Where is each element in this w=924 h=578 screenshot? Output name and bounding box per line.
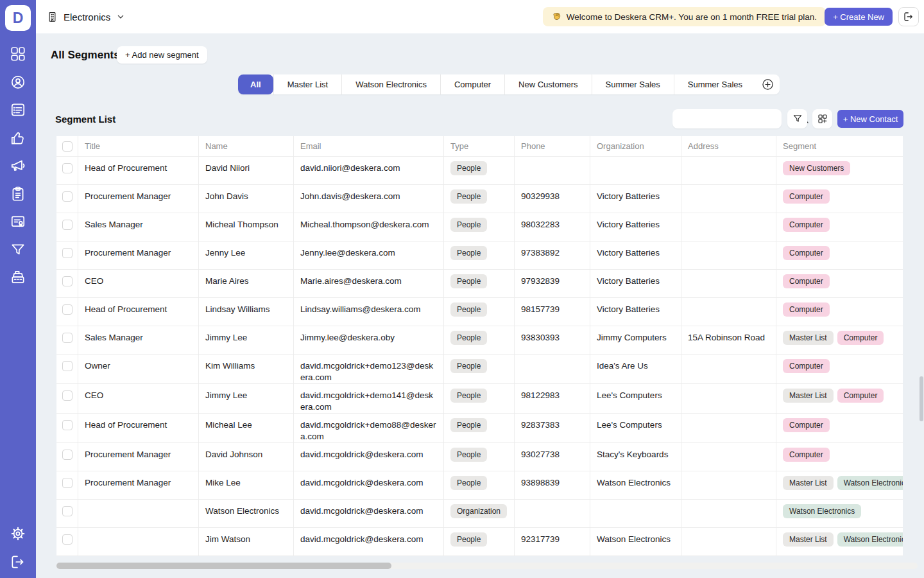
- horizontal-scrollbar-track[interactable]: [56, 563, 918, 569]
- row-checkbox[interactable]: [62, 163, 73, 173]
- cell-email: david.mcgoldrick@deskera.com: [294, 443, 444, 471]
- type-badge: Organization: [450, 504, 507, 518]
- tab-summer-sales[interactable]: Summer Sales: [674, 74, 756, 94]
- cell-title: [78, 500, 199, 527]
- cell-organization: Stacy's Keyboards: [590, 443, 681, 471]
- segment-badge: Computer: [783, 189, 830, 204]
- table-row[interactable]: Procurement ManagerDavid Johnsondavid.mc…: [56, 443, 903, 471]
- tab-summer-sales[interactable]: Summer Sales: [592, 74, 674, 94]
- wave-hand-icon: [552, 12, 562, 22]
- register-icon[interactable]: [10, 269, 26, 286]
- cell-name: Micheal Thompson: [199, 213, 294, 241]
- thumbs-up-icon[interactable]: [10, 130, 26, 146]
- row-checkbox[interactable]: [62, 420, 73, 430]
- table-row[interactable]: Sales ManagerMicheal ThompsonMicheal.tho…: [56, 213, 903, 241]
- vertical-scrollbar-thumb[interactable]: [920, 376, 923, 421]
- tab-master-list[interactable]: Master List: [273, 74, 342, 94]
- table-row[interactable]: Procurement ManagerJenny LeeJenny.lee@de…: [56, 241, 903, 270]
- logout-button[interactable]: [898, 7, 919, 26]
- deskera-logo[interactable]: D: [5, 5, 31, 31]
- cell-organization: Watson Electronics: [590, 528, 681, 556]
- table-row[interactable]: OwnerKim Williamsdavid.mcgoldrick+demo12…: [56, 355, 903, 384]
- topbar: Electronics Welcome to Deskera CRM+. You…: [36, 0, 924, 33]
- row-checkbox[interactable]: [62, 450, 73, 460]
- tab-watson-electronics[interactable]: Watson Electronics: [341, 74, 440, 94]
- search-input[interactable]: [672, 109, 798, 128]
- filter-button[interactable]: [787, 109, 807, 128]
- segment-badge: Computer: [783, 246, 830, 260]
- sidebar-nav: [0, 46, 36, 286]
- table-row[interactable]: Procurement ManagerJohn DavisJohn.davis@…: [56, 185, 903, 213]
- cell-segment: Computer: [776, 298, 903, 326]
- type-badge: People: [450, 532, 487, 547]
- trial-banner: Welcome to Deskera CRM+. You are on 1 mo…: [543, 7, 826, 26]
- row-checkbox[interactable]: [62, 333, 73, 343]
- create-new-button[interactable]: + Create New: [825, 8, 893, 26]
- row-checkbox[interactable]: [62, 361, 73, 371]
- cell-type: People: [444, 443, 515, 471]
- row-select-cell: [56, 443, 78, 471]
- cell-organization: [590, 157, 681, 184]
- cell-email: Marie.aires@deskera.com: [294, 270, 444, 297]
- row-checkbox[interactable]: [62, 506, 73, 516]
- tab-new-customers[interactable]: New Customers: [504, 74, 591, 94]
- clipboard-icon[interactable]: [10, 186, 26, 202]
- row-checkbox[interactable]: [62, 276, 73, 286]
- segment-badge: Computer: [783, 359, 830, 373]
- cell-title: Owner: [78, 355, 199, 383]
- column-header-segment: Segment: [776, 136, 903, 156]
- table-row[interactable]: Head of ProcurementLindsay WilliamsLinds…: [56, 298, 903, 326]
- cell-name: Lindsay Williams: [199, 298, 294, 326]
- select-all-checkbox[interactable]: [62, 141, 73, 152]
- cell-name: Micheal Lee: [199, 414, 294, 442]
- table-row[interactable]: CEOJimmy Leedavid.mcgoldrick+demo141@des…: [56, 384, 903, 414]
- type-badge: People: [450, 448, 487, 462]
- workspace-selector[interactable]: Electronics: [46, 0, 126, 33]
- contacts-icon[interactable]: [10, 74, 26, 91]
- logout-icon[interactable]: [10, 554, 26, 570]
- add-segment-button[interactable]: + Add new segment: [117, 46, 207, 64]
- cell-address: [681, 270, 776, 297]
- column-header-title: Title: [78, 136, 199, 156]
- funnel-icon[interactable]: [10, 241, 26, 258]
- tab-computer[interactable]: Computer: [440, 74, 504, 94]
- grid-plus-icon: [817, 113, 828, 125]
- megaphone-icon[interactable]: [10, 157, 26, 174]
- row-checkbox[interactable]: [62, 304, 73, 315]
- row-checkbox[interactable]: [62, 191, 73, 202]
- add-tab-button[interactable]: [756, 74, 780, 94]
- tab-all[interactable]: All: [238, 74, 273, 94]
- segment-badge: Master List: [783, 532, 834, 547]
- cell-name: Jimmy Lee: [199, 384, 294, 413]
- horizontal-scrollbar-thumb[interactable]: [56, 563, 391, 569]
- table-row[interactable]: Watson Electronicsdavid.mcgoldrick@deske…: [56, 500, 903, 528]
- list-icon[interactable]: [10, 101, 26, 118]
- row-checkbox[interactable]: [62, 248, 73, 258]
- row-select-cell: [56, 500, 78, 527]
- table-row[interactable]: Procurement ManagerMike Leedavid.mcgoldr…: [56, 471, 903, 500]
- cell-phone: 92837383: [515, 414, 590, 442]
- cell-title: CEO: [78, 384, 199, 413]
- cell-organization: Idea's Are Us: [590, 355, 681, 383]
- row-checkbox[interactable]: [62, 534, 73, 545]
- cell-name: David Johnson: [199, 443, 294, 471]
- table-row[interactable]: CEOMarie AiresMarie.aires@deskera.comPeo…: [56, 270, 903, 298]
- plus-circle-icon: [761, 78, 774, 91]
- row-select-cell: [56, 270, 78, 297]
- table-row[interactable]: Sales ManagerJimmy LeeJimmy.lee@deskera.…: [56, 326, 903, 355]
- row-checkbox[interactable]: [62, 220, 73, 230]
- dashboard-icon[interactable]: [10, 46, 26, 62]
- cell-type: People: [444, 298, 515, 326]
- column-settings-button[interactable]: [812, 109, 832, 128]
- new-contact-button[interactable]: + New Contact: [837, 110, 903, 128]
- table-row[interactable]: Head of ProcurementMicheal Leedavid.mcgo…: [56, 414, 903, 443]
- row-checkbox[interactable]: [62, 390, 73, 401]
- cell-name: John Davis: [199, 185, 294, 213]
- row-checkbox[interactable]: [62, 478, 73, 488]
- cell-address: [681, 384, 776, 413]
- table-row[interactable]: Head of ProcurementDavid Niioridavid.nii…: [56, 157, 903, 185]
- gear-icon[interactable]: [10, 525, 26, 542]
- certificate-icon[interactable]: [10, 213, 26, 230]
- table-row[interactable]: Jim Watsondavid.mcgoldrick@deskera.comPe…: [56, 528, 903, 556]
- search-group: [672, 109, 782, 128]
